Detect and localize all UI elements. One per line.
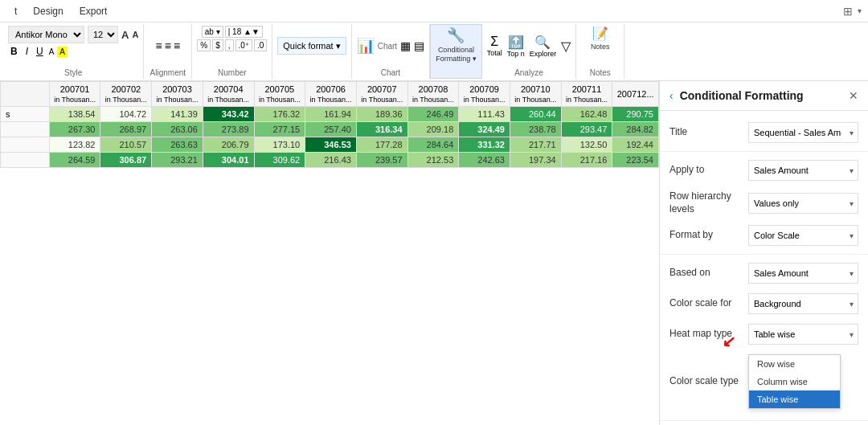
percent-btn[interactable]: % bbox=[197, 39, 211, 51]
row-hierarchy-field: Values only bbox=[748, 193, 858, 214]
layout-icon[interactable]: ⊞ bbox=[843, 5, 853, 18]
chart-label: Chart bbox=[378, 42, 397, 51]
row-hierarchy-select[interactable]: Values only bbox=[748, 193, 858, 214]
chart-group-label: Chart bbox=[381, 68, 400, 77]
apply-to-select[interactable]: Sales Amount bbox=[748, 160, 858, 181]
based-on-row: Based on Sales Amount bbox=[660, 258, 868, 288]
notes-icon[interactable]: 📝 bbox=[592, 26, 608, 41]
align-left-icon[interactable]: ≡ bbox=[156, 39, 162, 52]
cell: 346.53 bbox=[305, 137, 357, 153]
conditional-format-icon[interactable]: 🔧 bbox=[447, 27, 465, 44]
cell: 304.01 bbox=[203, 153, 254, 168]
heat-map-type-field: Table wise bbox=[748, 324, 858, 345]
cell: 161.94 bbox=[305, 107, 357, 122]
col-header-200703: 200703in Thousan... bbox=[152, 82, 203, 107]
cell: 210.57 bbox=[100, 137, 152, 153]
total-btn[interactable]: Σ Total bbox=[487, 35, 502, 57]
based-on-select[interactable]: Sales Amount bbox=[748, 263, 858, 284]
cell: 162.48 bbox=[561, 107, 612, 122]
cell: 189.36 bbox=[356, 107, 407, 122]
panel-close-button[interactable]: ✕ bbox=[849, 89, 858, 102]
explorer-btn[interactable]: 🔍 Explorer bbox=[530, 35, 557, 58]
cell: 141.39 bbox=[152, 107, 203, 122]
col-header-200704: 200704in Thousan... bbox=[203, 82, 254, 107]
tab-t[interactable]: t bbox=[6, 2, 25, 20]
align-center-icon[interactable]: ≡ bbox=[165, 39, 171, 52]
currency-btn[interactable]: $ bbox=[212, 39, 223, 51]
dropdown-item-rowwise[interactable]: Row wise bbox=[749, 355, 840, 373]
decimal-inc-btn[interactable]: .0⁺ bbox=[235, 39, 252, 51]
number-format-btn[interactable]: ab ▾ bbox=[202, 26, 223, 38]
based-on-label: Based on bbox=[669, 267, 742, 280]
italic-button[interactable]: I bbox=[23, 45, 31, 58]
data-table: 200701in Thousan... 200702in Thousan... … bbox=[0, 81, 659, 168]
font-size-select[interactable]: 12 bbox=[88, 26, 118, 43]
font-shrink-icon[interactable]: A bbox=[132, 30, 138, 39]
chart-bar-icon[interactable]: ▦ bbox=[400, 39, 411, 52]
font-family-select[interactable]: Antikor Mono bbox=[8, 26, 84, 43]
based-on-field: Sales Amount bbox=[748, 263, 858, 284]
ribbon-group-number: ab ▾ | 18 ▲▼ % $ , .0⁺ .0 Number bbox=[192, 24, 272, 79]
cell: 331.32 bbox=[459, 137, 510, 153]
topn-btn[interactable]: 🔝 Top n bbox=[507, 35, 525, 58]
format-by-row: Format by Color Scale bbox=[660, 220, 868, 251]
heat-map-type-label: Heat map type bbox=[669, 328, 742, 341]
col-header-200708: 200708in Thousan... bbox=[407, 82, 459, 107]
filter-btn[interactable]: ▽ bbox=[561, 39, 571, 54]
cell: 246.49 bbox=[407, 107, 459, 122]
row-header-col bbox=[1, 82, 50, 107]
style-group-label: Style bbox=[64, 68, 82, 77]
alignment-group-label: Alignment bbox=[150, 68, 186, 77]
cell: 212.53 bbox=[407, 153, 459, 168]
quick-format-button[interactable]: Quick format ▾ bbox=[277, 37, 346, 55]
cell: 217.16 bbox=[561, 153, 612, 168]
chart-line-icon[interactable]: ▤ bbox=[414, 39, 424, 52]
cell: 242.63 bbox=[459, 153, 510, 168]
panel-title: Conditional Formatting bbox=[680, 89, 842, 102]
cell: 176.32 bbox=[254, 107, 305, 122]
title-field: Sequential - Sales Amo... bbox=[748, 122, 858, 143]
cell: 264.59 bbox=[49, 153, 100, 168]
cell: 173.10 bbox=[254, 137, 305, 153]
ribbon-group-alignment: ≡ ≡ ≡ Alignment bbox=[144, 24, 192, 79]
col-header-200701: 200701in Thousan... bbox=[49, 82, 100, 107]
comma-btn[interactable]: , bbox=[225, 39, 234, 51]
format-by-select[interactable]: Color Scale bbox=[748, 225, 858, 246]
highlight-button[interactable]: A bbox=[57, 47, 68, 57]
title-field-label: Title bbox=[669, 126, 742, 139]
side-panel: ‹ Conditional Formatting ✕ Title Sequent… bbox=[659, 81, 868, 425]
ribbon-group-analyze: Σ Total 🔝 Top n 🔍 Explorer ▽ Analyze bbox=[482, 24, 577, 79]
stepper-btn[interactable]: | 18 ▲▼ bbox=[225, 26, 263, 38]
ribbon-group-quickformat: Quick format ▾ bbox=[272, 24, 351, 79]
color-scale-type-dropdown: Row wise Column wise Table wise bbox=[748, 354, 858, 409]
row-hierarchy-label: Row hierarchy levels bbox=[669, 190, 742, 215]
color-scale-type-label: Color scale type bbox=[669, 375, 742, 388]
number-group-label: Number bbox=[218, 68, 247, 77]
font-grow-icon[interactable]: A bbox=[121, 29, 129, 41]
panel-back-button[interactable]: ‹ bbox=[669, 89, 674, 102]
bold-button[interactable]: B bbox=[8, 45, 20, 58]
align-right-icon[interactable]: ≡ bbox=[174, 39, 180, 52]
cell: 290.75 bbox=[612, 107, 659, 122]
heat-map-type-select[interactable]: Table wise bbox=[748, 324, 858, 345]
main-content: 200701in Thousan... 200702in Thousan... … bbox=[0, 81, 868, 425]
underline-button[interactable]: U bbox=[34, 45, 46, 58]
tab-export[interactable]: Export bbox=[72, 2, 116, 20]
dropdown-item-tablewise[interactable]: Table wise bbox=[749, 390, 840, 408]
col-header-200707: 200707in Thousan... bbox=[356, 82, 407, 107]
cell: 309.62 bbox=[254, 153, 305, 168]
chart-icon[interactable]: 📊 bbox=[357, 37, 375, 55]
cell: 293.21 bbox=[152, 153, 203, 168]
col-header-200710: 200710in Thousan... bbox=[510, 82, 561, 107]
font-color-button[interactable]: A bbox=[49, 47, 55, 56]
apply-to-label: Apply to bbox=[669, 164, 742, 177]
dropdown-item-columnwise[interactable]: Column wise bbox=[749, 373, 840, 390]
cell: 217.71 bbox=[510, 137, 561, 153]
cell: 104.72 bbox=[100, 107, 152, 122]
title-select[interactable]: Sequential - Sales Amo... bbox=[748, 122, 858, 143]
color-scale-for-select[interactable]: Background bbox=[748, 293, 858, 314]
decimal-dec-btn[interactable]: .0 bbox=[254, 39, 267, 51]
layout-dropdown[interactable]: ▾ bbox=[858, 6, 862, 15]
tab-design[interactable]: Design bbox=[25, 2, 71, 20]
cell: 277.15 bbox=[254, 122, 305, 137]
